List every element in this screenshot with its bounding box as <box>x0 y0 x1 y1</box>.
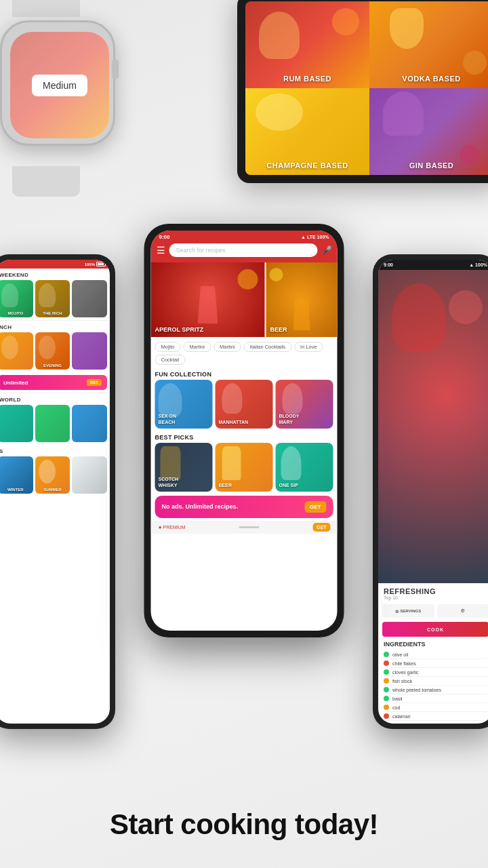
pm-card-label-manhattan: MANHATTAN <box>219 420 249 425</box>
phone-main-screen: 9:00 ▲ LTE 100% ☰ Search for recipes 🎤 A… <box>151 231 338 631</box>
pl-battery-icon <box>96 262 106 267</box>
pm-card-label-scotch: SCOTCHWHISKY <box>159 477 179 488</box>
pr-ingredient-5: whole peeled tomatoes <box>384 686 487 694</box>
pm-battery-group: ▲ LTE 100% <box>301 235 329 239</box>
pl-section-weekend: WEEKEND <box>0 269 110 280</box>
pm-tag-italian[interactable]: Italian Cocktails <box>244 342 292 352</box>
pl-item-world3[interactable] <box>72 405 107 442</box>
gin-label: GIN BASED <box>369 161 488 170</box>
tablet: RUM BASED VODKA BASED CHAMPAGNE BASED GI… <box>237 0 488 183</box>
pl-seasons-row: WINTER SUMMER <box>0 456 110 496</box>
pr-cook-button[interactable]: COOK <box>382 622 488 637</box>
pm-bottom-get-button[interactable]: GET <box>312 523 330 532</box>
pr-ing-dot-3 <box>384 669 389 675</box>
pl-ranch-row: EVENING <box>0 332 110 372</box>
pl-section-ranch: NCH <box>0 321 110 332</box>
pr-timer-btn[interactable]: ⏱ <box>437 604 489 618</box>
pl-section-seasons: S <box>0 445 110 456</box>
phone-right-screen: 9:00 ▲ 100% REFRESHING Top 10 ⚙ SERVINGS… <box>378 260 488 724</box>
hamburger-icon[interactable]: ☰ <box>157 245 165 256</box>
pl-item-extra3[interactable] <box>72 456 107 494</box>
pm-status-bar: 9:00 ▲ LTE 100% <box>151 231 338 240</box>
pr-ing-dot-8 <box>384 713 389 719</box>
pm-card-manhattan[interactable]: MANHATTAN <box>216 380 273 429</box>
search-input[interactable]: Search for recipes <box>169 243 318 257</box>
pl-item-world1[interactable] <box>0 405 33 442</box>
pm-card-beer[interactable]: BEER <box>216 443 273 492</box>
bottom-cta: Start cooking today! <box>0 808 488 841</box>
pl-item-extra[interactable] <box>72 280 107 317</box>
pr-icons: ▲ 100% <box>469 262 487 267</box>
pm-premium-text: No ads. Unlimited recipes. <box>162 503 239 511</box>
pm-get-button[interactable]: GET <box>304 501 326 513</box>
watch-body: Medium <box>0 20 115 146</box>
pr-ingredient-1: olive oil <box>384 650 487 659</box>
pr-ingredient-8: calamari <box>384 712 487 721</box>
pm-card-bloody-mary[interactable]: BLOODYMARY <box>276 380 333 429</box>
pm-tag-martini2[interactable]: Martini <box>214 342 241 352</box>
pm-card-scotch[interactable]: SCOTCHWHISKY <box>155 443 213 492</box>
pr-servings-label: SERVINGS <box>400 609 421 613</box>
pm-time: 9:00 <box>159 234 170 240</box>
tablet-cell-rum[interactable]: RUM BASED <box>245 1 369 88</box>
pm-hero-beer[interactable]: BEER <box>266 262 338 337</box>
pm-aperol-glass <box>198 286 218 323</box>
pm-card-sex-on-beach[interactable]: SEX ONBEACH <box>155 380 213 429</box>
pr-ingredient-7: cod <box>384 703 487 712</box>
phone-left: 100% WEEKEND MOJITO THE RICH NCH <box>0 254 115 729</box>
pm-home-indicator <box>239 526 259 528</box>
tablet-cell-vodka[interactable]: VODKA BASED <box>369 1 488 88</box>
pl-item-world2[interactable] <box>35 405 70 442</box>
pr-ing-dot-4 <box>384 678 389 684</box>
pm-beer-label: BEER <box>270 326 287 333</box>
pr-time: 9:00 <box>384 262 393 267</box>
pr-ing-dot-2 <box>384 660 389 666</box>
pl-world-row <box>0 405 110 445</box>
pl-item-summer[interactable]: SUMMER <box>35 456 70 494</box>
pr-servings-icon: ⚙ <box>395 609 399 614</box>
pr-ing-dot-5 <box>384 687 389 692</box>
vodka-label: VODKA BASED <box>369 75 488 83</box>
pr-ingredient-2: chile flakes <box>384 659 487 668</box>
smartwatch: Medium <box>0 7 129 176</box>
rum-label: RUM BASED <box>245 75 369 83</box>
pm-card-label-one-sip: ONE SIP <box>279 483 298 488</box>
pl-battery-text: 100% <box>85 262 95 267</box>
pr-ingredients-title: INGREDIENTS <box>384 641 487 648</box>
pr-ing-text-3: cloves garlic <box>392 670 419 675</box>
pm-premium-banner[interactable]: No ads. Unlimited recipes. GET <box>155 496 333 518</box>
pm-tag-in-love[interactable]: In Love <box>294 342 323 352</box>
pm-card-one-sip[interactable]: ONE SIP <box>276 443 333 492</box>
pm-tag-martini1[interactable]: Martini <box>184 342 211 352</box>
pr-controls: ⚙ SERVINGS ⏱ <box>378 601 488 620</box>
pr-ingredients-section: INGREDIENTS olive oil chile flakes clove… <box>378 638 488 724</box>
pm-tag-cocktail[interactable]: Cocktail <box>155 355 186 365</box>
pr-ing-text-2: chile flakes <box>392 661 416 666</box>
pr-ing-text-7: cod <box>392 705 400 710</box>
pm-card-label-sex: SEX ONBEACH <box>159 414 176 425</box>
pl-item-winter[interactable]: WINTER <box>0 456 33 494</box>
tablet-cell-champagne[interactable]: CHAMPAGNE BASED <box>245 88 369 175</box>
mic-icon[interactable]: 🎤 <box>322 245 332 255</box>
pm-fun-collection-cards: SEX ONBEACH MANHATTAN BLOODYMARY <box>151 380 338 431</box>
pl-item-extra2[interactable] <box>72 332 107 370</box>
pm-tags: Mojito Martini Martini Italian Cocktails… <box>151 338 338 368</box>
pr-recipe-title: REFRESHING <box>384 587 487 595</box>
pr-servings-btn[interactable]: ⚙ SERVINGS <box>382 604 434 618</box>
pl-item-the-rich[interactable]: THE RICH <box>35 280 70 317</box>
pr-ing-dot-7 <box>384 705 389 710</box>
pm-best-picks-cards: SCOTCHWHISKY BEER ONE SIP <box>151 443 338 494</box>
search-placeholder: Search for recipes <box>176 247 311 254</box>
pl-item-mojito[interactable]: MOJITO <box>0 280 33 317</box>
pl-premium-banner[interactable]: Unlimited GET <box>0 375 107 390</box>
pm-hero-aperol[interactable]: APEROL SPRITZ <box>151 262 265 337</box>
pl-get-button[interactable]: GET <box>87 379 102 386</box>
tablet-cell-gin[interactable]: GIN BASED <box>369 88 488 175</box>
pr-ing-dot-1 <box>384 652 389 657</box>
pl-item-evening[interactable]: EVENING <box>35 332 70 370</box>
phone-left-screen: 100% WEEKEND MOJITO THE RICH NCH <box>0 260 110 724</box>
pm-tag-mojito[interactable]: Mojito <box>155 342 181 352</box>
pl-item-ranch[interactable] <box>0 332 33 370</box>
pm-beer-glass <box>293 300 310 330</box>
pm-premium-label: ★ PREMIUM <box>158 525 186 530</box>
